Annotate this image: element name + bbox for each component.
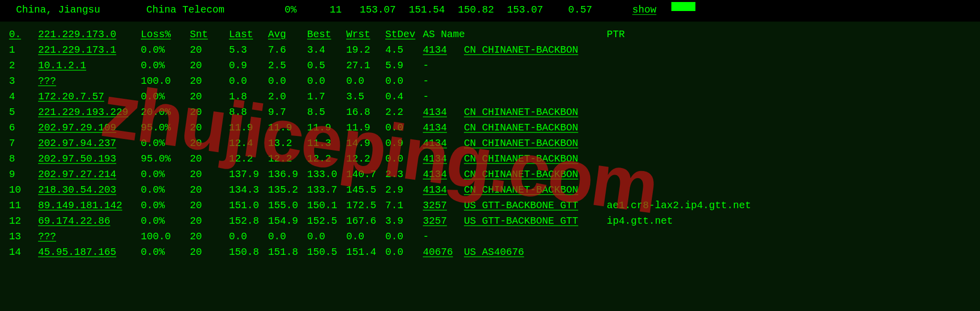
hop-ptr: ae1.cr8-lax2.ip4.gtt.net [607,198,971,213]
hop-as[interactable]: 4134 [423,167,464,182]
hop-ptr [607,229,971,244]
hop-loss: 95.0% [141,151,190,167]
hop-stdev: 0.0 [385,120,423,135]
hop-avg: 13.2 [268,135,307,151]
hop-best: 0.0 [307,73,346,89]
hop-avg: 135.2 [268,182,307,198]
hop-ip[interactable]: 202.97.27.214 [38,167,141,182]
hop-ptr [607,244,971,260]
hop-name[interactable]: CN CHINANET-BACKBON [464,167,607,182]
hop-stdev: 7.1 [385,198,423,213]
hop-ptr [607,120,971,135]
hop-as[interactable]: 4134 [423,104,464,120]
hop-snt: 20 [190,244,229,260]
hop-ip[interactable]: 221.229.193.229 [38,104,141,120]
hop-as[interactable]: 4134 [423,182,464,198]
hop-loss: 0.0% [141,42,190,58]
hop-stdev: 0.0 [385,244,423,260]
hop-snt: 20 [190,167,229,182]
hop-ip[interactable]: 172.20.7.57 [38,89,141,104]
hop-snt: 20 [190,182,229,198]
hop-row: 8202.97.50.19395.0%2012.212.212.212.20.0… [9,151,971,167]
hop-ip[interactable]: 89.149.181.142 [38,198,141,213]
hop-as: - [423,229,464,244]
hop-avg: 151.8 [268,244,307,260]
hop-loss: 100.0 [141,73,190,89]
hop-as: - [423,89,464,104]
hop-best: 152.5 [307,213,346,229]
hop-ip[interactable]: 202.97.50.193 [38,151,141,167]
hop-avg: 7.6 [268,42,307,58]
hop-as[interactable]: 40676 [423,244,464,260]
hop-row: 6202.97.29.10995.0%2011.911.911.911.90.0… [9,120,971,135]
hop-last: 12.4 [229,135,268,151]
hop-as[interactable]: 3257 [423,198,464,213]
hop-snt: 20 [190,58,229,73]
hop-name[interactable]: CN CHINANET-BACKBON [464,42,607,58]
hop-best: 0.5 [307,58,346,73]
show-toggle[interactable]: show [602,2,656,18]
hop-name[interactable]: CN CHINANET-BACKBON [464,135,607,151]
hop-ptr [607,89,971,104]
hop-loss: 0.0% [141,213,190,229]
hop-row: 4172.20.7.570.0%201.82.01.73.50.4- [9,89,971,104]
hop-name[interactable]: US GTT-BACKBONE GTT [464,198,607,213]
hop-as[interactable]: 4134 [423,42,464,58]
hop-ip[interactable]: 202.97.29.109 [38,120,141,135]
hop-ptr [607,151,971,167]
hop-wrst: 0.0 [346,229,385,244]
header-as-name: AS Name [423,27,607,42]
hop-avg: 11.9 [268,120,307,135]
hop-avg: 2.5 [268,58,307,73]
hop-snt: 20 [190,198,229,213]
hop-avg: 0.0 [268,73,307,89]
hop-stdev: 2.2 [385,104,423,120]
hop-as[interactable]: 4134 [423,151,464,167]
hop-loss: 100.0 [141,229,190,244]
hop-name[interactable]: CN CHINANET-BACKBON [464,182,607,198]
hop-wrst: 16.8 [346,104,385,120]
hop-stdev: 2.9 [385,182,423,198]
summary-wrst: 153.07 [504,2,553,18]
hop-ip[interactable]: ??? [38,229,141,244]
hop-name[interactable]: US GTT-BACKBONE GTT [464,213,607,229]
hop-ip[interactable]: 69.174.22.86 [38,213,141,229]
hop-avg: 0.0 [268,229,307,244]
hop-wrst: 145.5 [346,182,385,198]
hop-as[interactable]: 4134 [423,135,464,151]
hop-last: 0.0 [229,73,268,89]
hop-name [464,229,607,244]
hop-ip[interactable]: ??? [38,73,141,89]
hop-ip[interactable]: 202.97.94.237 [38,135,141,151]
hop-name[interactable]: CN CHINANET-BACKBON [464,120,607,135]
hop-name[interactable]: CN CHINANET-BACKBON [464,104,607,120]
hop-best: 150.1 [307,198,346,213]
hop-name[interactable]: US AS40676 [464,244,607,260]
hop-idx: 9 [9,167,38,182]
hop-as[interactable]: 4134 [423,120,464,135]
hop-ip[interactable]: 45.95.187.165 [38,244,141,260]
hop-last: 12.2 [229,151,268,167]
hop-loss: 0.0% [141,182,190,198]
hop-name[interactable]: CN CHINANET-BACKBON [464,151,607,167]
hop-idx: 7 [9,135,38,151]
header-snt: Snt [190,27,229,42]
hop-avg: 12.2 [268,151,307,167]
hop-row: 9202.97.27.2140.0%20137.9136.9133.0140.7… [9,167,971,182]
hop-idx: 2 [9,58,38,73]
hop-snt: 20 [190,151,229,167]
hop-best: 1.7 [307,89,346,104]
hop-best: 12.2 [307,151,346,167]
hop-last: 137.9 [229,167,268,182]
hop-as: - [423,58,464,73]
hop-as[interactable]: 3257 [423,213,464,229]
hop-stdev: 4.5 [385,42,423,58]
hop-ip[interactable]: 10.1.2.1 [38,58,141,73]
hop-wrst: 0.0 [346,73,385,89]
hop-name [464,89,607,104]
hop-best: 8.5 [307,104,346,120]
summary-row: China, Jiangsu China Telecom 0% 11 153.0… [0,0,980,22]
hop-ip[interactable]: 221.229.173.1 [38,42,141,58]
hop-ip[interactable]: 218.30.54.203 [38,182,141,198]
hop-idx: 10 [9,182,38,198]
